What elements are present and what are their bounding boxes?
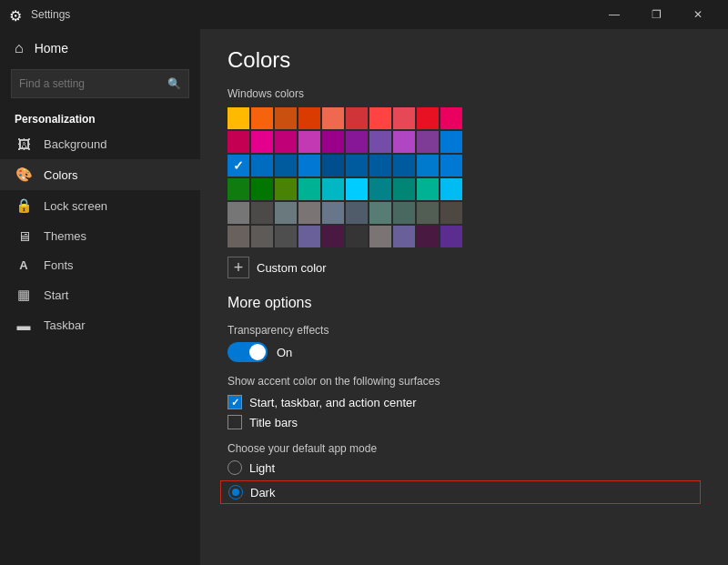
color-swatch[interactable] (440, 226, 462, 247)
color-swatch[interactable] (228, 178, 249, 200)
color-swatch[interactable] (440, 107, 462, 129)
color-swatch[interactable] (393, 202, 415, 224)
home-label: Home (35, 41, 68, 55)
color-swatch[interactable] (298, 178, 320, 200)
color-swatch[interactable] (322, 202, 344, 224)
color-swatch[interactable] (369, 155, 391, 177)
color-swatch[interactable] (275, 131, 297, 153)
color-swatch[interactable] (393, 178, 415, 200)
custom-color-label: Custom color (257, 261, 327, 275)
color-swatch[interactable] (393, 155, 415, 177)
color-swatch[interactable] (417, 131, 439, 153)
sidebar: ⌂ Home 🔍 Personalization 🖼 Background 🎨 … (0, 29, 200, 565)
color-swatch[interactable] (393, 107, 415, 129)
accent-surface-label: Show accent color on the following surfa… (228, 375, 701, 388)
color-swatch[interactable] (346, 131, 368, 153)
color-swatch[interactable] (346, 226, 368, 247)
checkbox-check-icon: ✓ (231, 397, 239, 409)
color-swatch[interactable] (417, 107, 439, 129)
color-swatch[interactable] (346, 202, 368, 224)
page-title: Colors (228, 47, 701, 73)
color-swatch[interactable] (251, 155, 273, 177)
sidebar-item-themes[interactable]: 🖥 Themes (0, 221, 200, 251)
color-swatch[interactable] (369, 226, 391, 247)
color-swatch[interactable] (440, 131, 462, 153)
color-swatch[interactable] (275, 226, 297, 247)
color-swatch[interactable] (369, 202, 391, 224)
color-swatch[interactable] (298, 155, 320, 177)
color-swatch[interactable] (275, 155, 297, 177)
color-swatch[interactable] (393, 131, 415, 153)
sidebar-item-taskbar-label: Taskbar (44, 318, 86, 332)
color-swatch[interactable] (228, 131, 249, 153)
sidebar-item-start[interactable]: ▦ Start (0, 279, 200, 310)
search-input[interactable] (19, 77, 167, 90)
dark-label: Dark (250, 486, 275, 499)
color-swatch[interactable] (417, 178, 439, 200)
dark-radio-row: Dark (220, 480, 701, 504)
start-taskbar-label: Start, taskbar, and action center (249, 396, 417, 409)
color-swatch[interactable] (228, 107, 249, 129)
sidebar-item-lock-label: Lock screen (44, 199, 107, 213)
start-taskbar-checkbox[interactable]: ✓ (228, 395, 242, 409)
color-swatch[interactable] (322, 178, 344, 200)
color-swatch[interactable] (322, 131, 344, 153)
color-swatch[interactable] (298, 202, 320, 224)
color-swatch[interactable] (298, 107, 320, 129)
background-icon: 🖼 (15, 136, 33, 152)
personalization-label: Personalization (0, 104, 200, 129)
close-button[interactable]: ✕ (677, 0, 719, 29)
color-swatch[interactable] (440, 178, 462, 200)
minimize-button[interactable]: — (593, 0, 635, 29)
color-swatch[interactable] (251, 226, 273, 247)
color-swatch[interactable] (440, 202, 462, 224)
light-radio[interactable] (228, 460, 242, 475)
dark-radio[interactable] (228, 485, 243, 499)
color-swatch[interactable] (228, 202, 249, 224)
radio-dot (232, 489, 239, 496)
sidebar-item-fonts[interactable]: A Fonts (0, 251, 200, 279)
sidebar-item-lock-screen[interactable]: 🔒 Lock screen (0, 190, 200, 221)
color-grid (228, 107, 701, 247)
sidebar-item-taskbar[interactable]: ▬ Taskbar (0, 310, 200, 340)
window-content: ⌂ Home 🔍 Personalization 🖼 Background 🎨 … (0, 29, 728, 565)
color-swatch[interactable] (251, 202, 273, 224)
colors-icon: 🎨 (15, 166, 33, 183)
color-swatch[interactable] (346, 178, 368, 200)
color-swatch[interactable] (251, 178, 273, 200)
sidebar-item-colors[interactable]: 🎨 Colors (0, 159, 200, 190)
accent-surface-option: Show accent color on the following surfa… (228, 375, 701, 429)
color-swatch[interactable] (346, 107, 368, 129)
sidebar-item-background[interactable]: 🖼 Background (0, 129, 200, 159)
color-swatch[interactable] (251, 107, 273, 129)
title-bars-checkbox[interactable] (228, 415, 242, 429)
color-swatch[interactable] (275, 107, 297, 129)
maximize-button[interactable]: ❐ (635, 0, 677, 29)
color-swatch[interactable] (369, 131, 391, 153)
sidebar-item-fonts-label: Fonts (44, 258, 74, 272)
color-swatch[interactable] (346, 155, 368, 177)
sidebar-item-home[interactable]: ⌂ Home (0, 33, 200, 64)
toggle-knob (249, 344, 266, 360)
color-swatch[interactable] (369, 178, 391, 200)
transparency-toggle[interactable] (228, 342, 268, 362)
color-swatch[interactable] (393, 226, 415, 247)
color-swatch[interactable] (275, 178, 297, 200)
color-swatch[interactable] (322, 155, 344, 177)
color-swatch[interactable] (228, 155, 249, 177)
color-swatch[interactable] (322, 226, 344, 247)
color-swatch[interactable] (440, 155, 462, 177)
color-swatch[interactable] (369, 107, 391, 129)
color-swatch[interactable] (298, 226, 320, 247)
color-swatch[interactable] (417, 202, 439, 224)
color-swatch[interactable] (417, 155, 439, 177)
color-swatch[interactable] (417, 226, 439, 247)
search-box[interactable]: 🔍 (11, 69, 189, 98)
color-swatch[interactable] (298, 131, 320, 153)
custom-color-button[interactable]: + Custom color (228, 257, 701, 278)
color-swatch[interactable] (275, 202, 297, 224)
color-swatch[interactable] (322, 107, 344, 129)
color-swatch[interactable] (228, 226, 249, 247)
color-swatch[interactable] (251, 131, 273, 153)
settings-window-icon: ⚙ (9, 7, 24, 22)
